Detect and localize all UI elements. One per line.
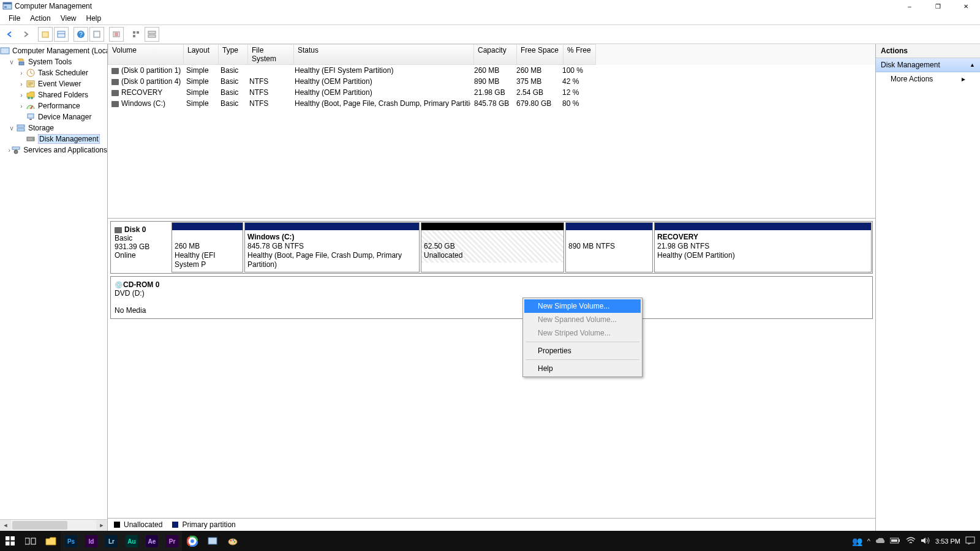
ctx-new-striped-volume: New Striped Volume... [524,326,641,340]
ctx-new-simple-volume[interactable]: New Simple Volume... [524,299,641,313]
volume-row[interactable]: (Disk 0 partition 1)SimpleBasicHealthy (… [108,65,875,76]
tray-battery-icon[interactable] [890,538,901,545]
actions-section[interactable]: Disk Management▲ [876,58,980,72]
nav-back-button[interactable] [2,27,17,42]
ctx-help[interactable]: Help [524,362,641,375]
disk-0-info[interactable]: Disk 0 Basic 931.39 GB Online [111,222,171,273]
menu-action[interactable]: Action [25,13,55,24]
app-icon-au[interactable]: Au [121,531,141,551]
expand-icon[interactable]: › [17,92,26,99]
nav-forward-button[interactable] [18,27,33,42]
task-view-button[interactable] [20,531,40,551]
app-icon-ae[interactable]: Ae [141,531,162,551]
app-icon-pr[interactable]: Pr [162,531,182,551]
app-icon-ps[interactable]: Ps [61,531,81,551]
tree-system-tools[interactable]: v System Tools [0,56,107,67]
partition-unallocated[interactable]: 62.50 GBUnallocated [421,222,564,272]
svg-text:Ae: Ae [148,538,156,545]
tree-services[interactable]: ›Services and Applications [0,144,107,156]
computer-management-taskbar-icon[interactable] [202,531,222,551]
expand-icon[interactable]: › [17,70,26,77]
maximize-button[interactable]: ❐ [924,0,952,12]
toolbar: ? [0,25,980,44]
actions-pane: Actions Disk Management▲ More Actions▸ [876,44,980,531]
collapse-icon[interactable]: v [7,125,16,132]
tree-shared-folders[interactable]: ›Shared Folders [0,89,107,100]
legend-unallocated: Unallocated [124,520,162,529]
svg-text:Id: Id [88,538,94,545]
help-button[interactable]: ? [74,27,88,42]
col-pctfree[interactable]: % Free [564,44,596,65]
svg-text:?: ? [79,31,83,38]
toolbar-button-5[interactable] [129,27,143,42]
svg-rect-26 [17,129,24,131]
actions-more[interactable]: More Actions▸ [876,72,980,86]
expand-icon[interactable]: › [17,103,26,110]
partition-oem[interactable]: 890 MB NTFS [565,222,653,272]
tree-root[interactable]: Computer Management (Local [0,45,107,56]
col-capacity[interactable]: Capacity [474,44,517,65]
svg-rect-3 [42,32,48,37]
tray-notifications-icon[interactable] [965,536,975,546]
expand-icon[interactable]: › [17,81,26,88]
tray-volume-icon[interactable] [921,536,930,546]
expand-icon[interactable]: v [7,59,16,66]
cdrom-info[interactable]: 💿CD-ROM 0 DVD (D:) No Media [111,277,171,318]
partition-windows-c[interactable]: Windows (C:)845.78 GB NTFSHealthy (Boot,… [244,222,420,272]
svg-rect-15 [148,35,156,37]
col-freespace[interactable]: Free Space [517,44,564,65]
legend-swatch-primary [172,522,178,528]
col-volume[interactable]: Volume [108,44,184,65]
close-button[interactable]: ✕ [952,0,980,12]
app-icon-lr[interactable]: Lr [101,531,121,551]
toolbar-button-3[interactable] [89,27,104,42]
chevron-right-icon: ▸ [962,75,965,83]
tree-disk-management[interactable]: Disk Management [0,133,107,144]
tray-chevron-icon[interactable]: ^ [867,538,870,545]
navigation-tree: Computer Management (Local v System Tool… [0,44,108,531]
volume-row[interactable]: Windows (C:)SimpleBasicNTFSHealthy (Boot… [108,98,875,109]
partition-recovery[interactable]: RECOVERY21.98 GB NTFSHealthy (OEM Partit… [654,222,872,272]
svg-point-28 [32,138,34,140]
tree-event-viewer[interactable]: ›Event Viewer [0,78,107,89]
toolbar-button-1[interactable] [38,27,53,42]
menu-help[interactable]: Help [81,13,107,24]
minimize-button[interactable]: – [895,0,924,12]
svg-text:Au: Au [127,538,135,545]
partition-efi[interactable]: 260 MBHealthy (EFI System P [172,222,243,272]
tree-task-scheduler[interactable]: ›Task Scheduler [0,67,107,78]
app-icon-1[interactable]: Id [81,531,101,551]
toolbar-button-4[interactable] [109,27,124,42]
toolbar-button-2[interactable] [54,27,69,42]
svg-rect-1 [3,2,12,4]
start-button[interactable] [0,531,20,551]
tray-clock[interactable]: 3:53 PM [935,538,960,545]
col-status[interactable]: Status [294,44,474,65]
tree-performance[interactable]: ›Performance [0,100,107,111]
tray-onedrive-icon[interactable] [875,537,885,545]
tray-wifi-icon[interactable] [906,537,916,545]
svg-rect-29 [12,147,20,149]
svg-point-20 [28,97,30,99]
menu-file[interactable]: File [4,13,25,24]
paint-icon[interactable] [222,531,243,551]
svg-text:Lr: Lr [108,538,115,545]
file-explorer-icon[interactable] [40,531,61,551]
title-bar: Computer Management – ❐ ✕ [0,0,980,12]
col-type[interactable]: Type [219,44,248,65]
toolbar-button-6[interactable] [145,27,159,42]
volume-row[interactable]: RECOVERYSimpleBasicNTFSHealthy (OEM Part… [108,87,875,98]
tray-people-icon[interactable]: 👥 [852,536,862,546]
col-layout[interactable]: Layout [184,44,219,65]
legend: Unallocated Primary partition [108,518,875,531]
svg-point-53 [190,539,194,543]
volume-row[interactable]: (Disk 0 partition 4)SimpleBasicNTFSHealt… [108,76,875,87]
chrome-icon[interactable] [182,531,202,551]
tree-device-manager[interactable]: Device Manager [0,111,107,122]
ctx-properties[interactable]: Properties [524,344,641,358]
tree-storage[interactable]: vStorage [0,122,107,133]
col-filesystem[interactable]: File System [248,44,294,65]
tree-scrollbar[interactable]: ◄ ► [0,519,107,531]
svg-rect-13 [133,35,135,37]
menu-view[interactable]: View [56,13,81,24]
